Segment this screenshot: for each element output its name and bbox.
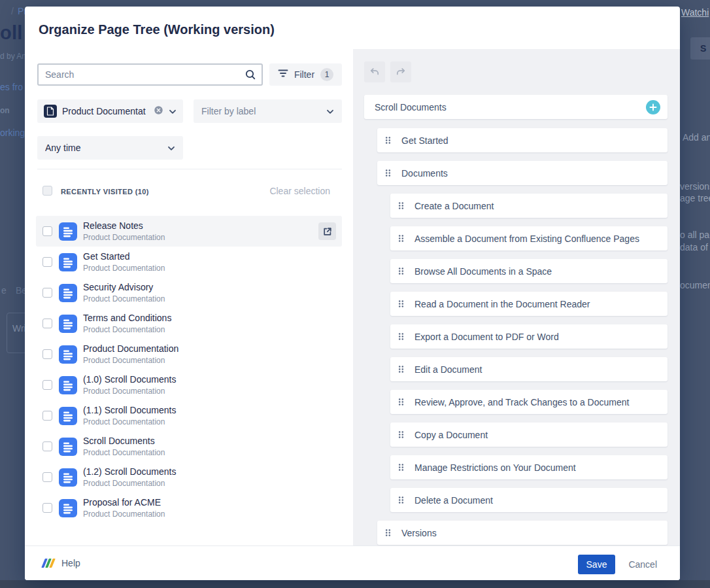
- page-icon: [59, 284, 77, 302]
- page-icon: [59, 345, 77, 364]
- list-section-header: RECENTLY VISITED (10) Clear selection: [25, 184, 353, 199]
- item-checkbox[interactable]: [42, 288, 52, 298]
- breadcrumb-slash: /: [11, 6, 14, 16]
- tree-node[interactable]: Assemble a Document from Existing Conflu…: [390, 226, 668, 251]
- item-checkbox[interactable]: [42, 380, 52, 390]
- item-checkbox[interactable]: [42, 472, 52, 482]
- item-checkbox[interactable]: [42, 319, 52, 328]
- drag-handle-icon[interactable]: [398, 430, 404, 439]
- select-all-checkbox[interactable]: [42, 186, 52, 196]
- clear-space-filter-icon[interactable]: [154, 105, 163, 118]
- page-icon: [59, 438, 77, 456]
- list-item[interactable]: Security AdvisoryProduct Documentation: [36, 277, 342, 308]
- tree-node[interactable]: Get Started: [377, 128, 668, 152]
- drag-handle-icon[interactable]: [385, 136, 391, 145]
- tree-node-label: Get Started: [401, 135, 448, 146]
- text-fragment: Add an: [683, 132, 710, 143]
- page-tree: Get StartedDocumentsCreate a DocumentAss…: [353, 49, 680, 546]
- list-item[interactable]: (1.1) Scroll DocumentsProduct Documentat…: [36, 400, 342, 431]
- tree-node[interactable]: Edit a Document: [390, 357, 668, 381]
- drag-handle-icon[interactable]: [398, 300, 404, 308]
- help-link[interactable]: Help: [43, 546, 80, 580]
- item-subtitle: Product Documentation: [83, 325, 336, 335]
- tree-node-label: Review, Approve, and Track Changes to a …: [414, 397, 629, 407]
- item-title: Proposal for ACME: [83, 496, 336, 508]
- tree-node[interactable]: Delete a Document: [390, 488, 668, 512]
- drag-handle-icon[interactable]: [398, 332, 404, 341]
- item-subtitle: Product Documentation: [83, 264, 336, 273]
- text-fragment: age tree: [680, 193, 710, 203]
- item-checkbox[interactable]: [42, 349, 52, 359]
- page-icon: [59, 407, 77, 425]
- tree-node[interactable]: Create a Document: [390, 194, 668, 218]
- page-tree-panel[interactable]: Scroll Documents Get StartedDocumentsCre…: [353, 49, 680, 546]
- tree-node-label: Delete a Document: [414, 495, 493, 506]
- tree-node[interactable]: Read a Document in the Document Reader: [390, 292, 668, 316]
- item-text: Product DocumentationProduct Documentati…: [83, 343, 336, 366]
- open-page-button[interactable]: [318, 222, 336, 240]
- tree-node[interactable]: Manage Restrictions on Your Document: [390, 455, 668, 479]
- help-label: Help: [61, 558, 80, 568]
- tree-node[interactable]: Versions: [377, 521, 668, 545]
- drag-handle-icon[interactable]: [398, 267, 404, 275]
- organize-page-tree-dialog: Organize Page Tree (Working version) Fil…: [25, 7, 680, 580]
- page-bottom-strip: [0, 580, 710, 588]
- drag-handle-icon[interactable]: [385, 528, 391, 537]
- cancel-button[interactable]: Cancel: [628, 555, 657, 574]
- item-checkbox[interactable]: [42, 441, 52, 451]
- list-item[interactable]: Scroll DocumentsProduct Documentation: [36, 431, 342, 462]
- tree-node[interactable]: Browse All Documents in a Space: [390, 259, 668, 283]
- page-icon: [59, 253, 77, 271]
- list-item[interactable]: (1.2) Scroll DocumentsProduct Documentat…: [36, 462, 342, 493]
- label-filter-select[interactable]: Filter by label: [194, 99, 342, 123]
- byline-fragment: d by An: [0, 52, 26, 61]
- page-icon: [59, 222, 77, 241]
- list-item[interactable]: Release NotesProduct Documentation: [36, 216, 342, 247]
- item-text: Release NotesProduct Documentation: [83, 220, 318, 243]
- tree-node[interactable]: Review, Approve, and Track Changes to a …: [390, 390, 668, 414]
- clear-selection-link[interactable]: Clear selection: [269, 186, 330, 196]
- list-item[interactable]: Product DocumentationProduct Documentati…: [36, 339, 342, 370]
- save-button[interactable]: Save: [578, 555, 615, 574]
- chevron-down-icon: [326, 105, 334, 117]
- item-checkbox[interactable]: [42, 503, 52, 513]
- page-background: /Pro oll D d by An es fro on orking e Be…: [0, 0, 710, 588]
- list-item[interactable]: Get StartedProduct Documentation: [36, 247, 342, 277]
- link-fragment: es fro: [0, 82, 23, 92]
- item-title: Product Documentation: [83, 343, 336, 355]
- drag-handle-icon[interactable]: [398, 463, 404, 472]
- list-item[interactable]: Terms and ConditionsProduct Documentatio…: [36, 308, 342, 339]
- item-title: Scroll Documents: [83, 435, 336, 447]
- drag-handle-icon[interactable]: [385, 169, 391, 177]
- item-title: Security Advisory: [83, 281, 336, 293]
- space-filter-select[interactable]: Product Documentat: [37, 99, 183, 123]
- tree-node-label: Versions: [401, 528, 437, 538]
- tree-node-label: Create a Document: [414, 201, 494, 211]
- tree-node-label: Assemble a Document from Existing Conflu…: [414, 233, 639, 244]
- recently-visited-list: Release NotesProduct DocumentationGet St…: [25, 216, 353, 546]
- section-divider: [37, 169, 342, 169]
- item-subtitle: Product Documentation: [83, 510, 336, 519]
- tree-node[interactable]: Documents: [377, 161, 668, 185]
- list-item[interactable]: Proposal for ACMEProduct Documentation: [36, 493, 342, 523]
- tree-node-label: Copy a Document: [414, 430, 488, 440]
- time-filter-select[interactable]: Any time: [37, 136, 183, 160]
- drag-handle-icon[interactable]: [398, 201, 404, 210]
- tree-node[interactable]: Export a Document to PDF or Word: [390, 324, 668, 349]
- filter-button[interactable]: Filter 1: [269, 63, 342, 86]
- page-search-panel[interactable]: Filter 1 Product Documentat Filter by la…: [25, 49, 353, 546]
- drag-handle-icon[interactable]: [398, 234, 404, 243]
- text-fragment: data of t: [680, 242, 710, 252]
- item-title: Get Started: [83, 251, 336, 262]
- item-checkbox[interactable]: [42, 226, 52, 236]
- drag-handle-icon[interactable]: [398, 398, 404, 406]
- tree-node-label: Export a Document to PDF or Word: [414, 332, 559, 342]
- drag-handle-icon[interactable]: [398, 365, 404, 373]
- item-checkbox[interactable]: [42, 411, 52, 421]
- drag-handle-icon[interactable]: [398, 496, 404, 504]
- item-checkbox[interactable]: [42, 257, 52, 267]
- item-subtitle: Product Documentation: [83, 233, 318, 243]
- list-item[interactable]: (1.0) Scroll DocumentsProduct Documentat…: [36, 370, 342, 400]
- search-input[interactable]: [39, 65, 262, 84]
- tree-node[interactable]: Copy a Document: [390, 423, 668, 447]
